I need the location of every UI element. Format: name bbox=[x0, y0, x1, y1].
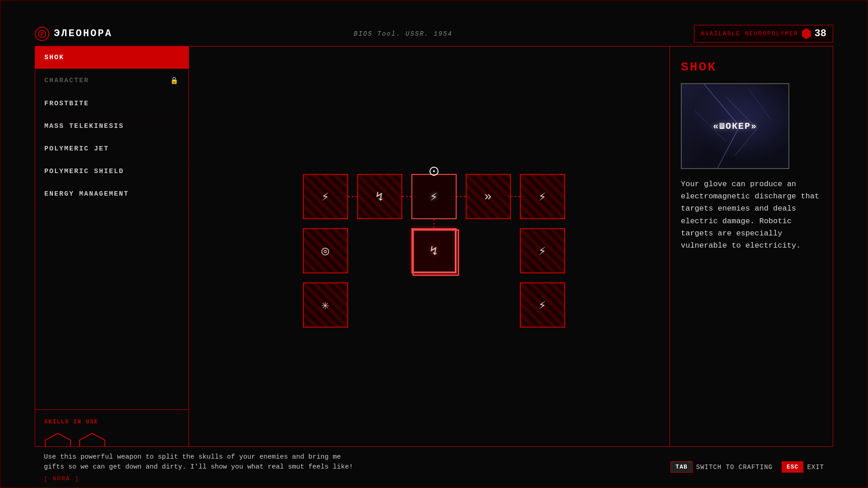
main-layout: SHOK CHARACTER 🔒 FROSTBITE MASS TELEKINE… bbox=[35, 46, 833, 474]
skill-node-r1c1[interactable]: ⚡ bbox=[303, 174, 348, 219]
skill-icon-r2c5: ⚡ bbox=[538, 243, 546, 258]
skill-node-r1c2[interactable]: ↯ bbox=[357, 174, 402, 219]
skill-preview-image: «ШОКЕР» bbox=[681, 83, 789, 169]
sidebar-item-mass-telekinesis[interactable]: MASS TELEKINESIS bbox=[35, 115, 189, 138]
skill-node-r1c4[interactable]: » bbox=[466, 174, 511, 219]
svg-line-13 bbox=[735, 128, 757, 155]
character-name: ЭЛЕОНОРА bbox=[54, 28, 113, 39]
skill-icon-r1c2: ↯ bbox=[376, 189, 383, 204]
skill-icon-r3c5: ⚡ bbox=[538, 297, 546, 313]
skill-node-r3c1[interactable]: ✳ bbox=[303, 282, 348, 328]
skills-in-use-label: SKILLS IN USE bbox=[44, 419, 179, 425]
switch-crafting-btn[interactable]: TAB SWITCH TO CRAFTING bbox=[670, 461, 773, 473]
skill-node-r2c3-selected[interactable]: ↯ bbox=[411, 228, 457, 273]
exit-label: EXIT bbox=[807, 464, 824, 471]
sidebar-nav: SHOK CHARACTER 🔒 FROSTBITE MASS TELEKINE… bbox=[35, 47, 189, 410]
skill-icon-r1c4: » bbox=[484, 190, 492, 204]
sidebar-item-character[interactable]: CHARACTER 🔒 bbox=[35, 69, 189, 93]
sidebar-item-frostbite[interactable]: FROSTBITE bbox=[35, 93, 189, 115]
skill-node-r1c3-active[interactable]: ⚡ bbox=[411, 174, 457, 219]
exit-btn[interactable]: ESC EXIT bbox=[782, 461, 824, 473]
svg-line-14 bbox=[748, 89, 770, 120]
skill-node-r2c5[interactable]: ⚡ bbox=[520, 228, 565, 273]
skill-icon-r1c5: ⚡ bbox=[538, 189, 546, 204]
neuropolymer-label: AVAILABLE NEUROPOLYMER bbox=[701, 30, 798, 37]
sidebar-item-shok[interactable]: SHOK bbox=[35, 47, 189, 69]
svg-text:P: P bbox=[40, 32, 43, 38]
skill-tree-container: ⚡ ↯ ⚡ bbox=[189, 47, 670, 473]
left-sidebar: SHOK CHARACTER 🔒 FROSTBITE MASS TELEKINE… bbox=[35, 47, 189, 473]
bottom-bar: Use this powerful weapon to split the sk… bbox=[35, 446, 833, 487]
neuropolymer-area: AVAILABLE NEUROPOLYMER 38 bbox=[694, 25, 833, 42]
skill-icon-r2c3: ↯ bbox=[430, 243, 438, 258]
skill-node-r3c5[interactable]: ⚡ bbox=[520, 282, 565, 328]
svg-line-11 bbox=[717, 126, 740, 168]
skill-description: Your glove can produce an electromagneti… bbox=[681, 178, 822, 252]
sidebar-item-energy-management[interactable]: ENERGY MANAGEMENT bbox=[35, 183, 189, 206]
lock-icon: 🔒 bbox=[170, 76, 179, 85]
skill-preview-text: «ШОКЕР» bbox=[713, 121, 757, 131]
skill-icon-r1c3: ⚡ bbox=[430, 189, 438, 204]
neuropolymer-icon bbox=[802, 28, 811, 39]
center-title: BIOS Tool. USSR. 1954 bbox=[354, 30, 453, 38]
esc-badge: ESC bbox=[782, 461, 803, 473]
nora-quote: Use this powerful weapon to split the sk… bbox=[44, 452, 360, 473]
switch-crafting-label: SWITCH TO CRAFTING bbox=[696, 464, 773, 471]
skill-icon-r1c1: ⚡ bbox=[321, 189, 329, 204]
logo-area: P ЭЛЕОНОРА bbox=[35, 27, 113, 41]
top-bar: P ЭЛЕОНОРА BIOS Tool. USSR. 1954 AVAILAB… bbox=[35, 23, 833, 45]
bottom-controls: TAB SWITCH TO CRAFTING ESC EXIT bbox=[670, 461, 824, 473]
tab-badge: TAB bbox=[670, 461, 692, 473]
skill-node-r1c5[interactable]: ⚡ bbox=[520, 174, 565, 219]
main-frame: P ЭЛЕОНОРА BIOS Tool. USSR. 1954 AVAILAB… bbox=[0, 0, 868, 488]
skill-node-r2c1[interactable]: ◎ bbox=[303, 228, 348, 273]
sidebar-item-polymeric-jet[interactable]: POLYMERIC JET bbox=[35, 138, 189, 160]
cursor-indicator bbox=[429, 167, 439, 176]
skill-detail-title: SHOK bbox=[681, 60, 822, 74]
center-area: ⚡ ↯ ⚡ bbox=[189, 47, 670, 473]
right-panel: SHOK «ШОКЕР» Your glove can produce an e… bbox=[670, 47, 833, 473]
skill-icon-r2c1: ◎ bbox=[321, 243, 329, 258]
neuropolymer-count: 38 bbox=[815, 28, 826, 39]
skill-icon-r3c1: ✳ bbox=[321, 297, 329, 313]
skill-grid: ⚡ ↯ ⚡ bbox=[294, 165, 565, 355]
character-label: CHARACTER bbox=[44, 77, 89, 84]
sidebar-item-polymeric-shield[interactable]: POLYMERIC SHIELD bbox=[35, 160, 189, 183]
logo-icon: P bbox=[35, 27, 49, 41]
nora-name: [ NORA ] bbox=[44, 475, 360, 482]
